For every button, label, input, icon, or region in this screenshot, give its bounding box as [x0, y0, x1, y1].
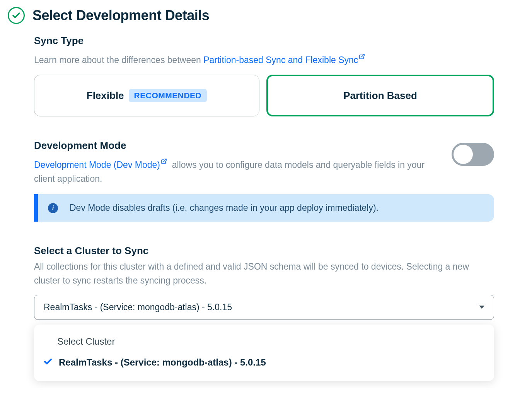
page-title: Select Development Details: [32, 7, 209, 24]
cluster-header: Select a Cluster to Sync: [34, 245, 494, 257]
sync-option-flexible-label: Flexible: [87, 90, 124, 102]
svg-line-0: [361, 54, 364, 57]
sync-option-flexible[interactable]: Flexible RECOMMENDED: [34, 75, 259, 116]
dev-mode-header: Development Mode: [34, 140, 436, 152]
sync-option-partition-label: Partition Based: [343, 90, 417, 102]
external-link-icon: [359, 50, 365, 64]
dev-mode-description: Development Mode (Dev Mode) allows you t…: [34, 155, 436, 186]
sync-option-partition[interactable]: Partition Based: [266, 75, 494, 116]
info-banner-text: Dev Mode disables drafts (i.e. changes m…: [70, 203, 379, 213]
info-icon: i: [48, 203, 58, 213]
svg-line-1: [164, 159, 166, 162]
cluster-select[interactable]: RealmTasks - (Service: mongodb-atlas) - …: [34, 295, 494, 320]
dev-mode-info-banner: i Dev Mode disables drafts (i.e. changes…: [34, 194, 494, 222]
sync-type-header: Sync Type: [34, 35, 494, 47]
recommended-badge: RECOMMENDED: [129, 89, 207, 102]
sync-type-learn-more-link[interactable]: Partition-based Sync and Flexible Sync: [203, 55, 365, 65]
step-complete-icon: [8, 7, 25, 24]
dev-mode-link[interactable]: Development Mode (Dev Mode): [34, 160, 167, 170]
check-icon: [43, 357, 53, 368]
cluster-dropdown-item-label: RealmTasks - (Service: mongodb-atlas) - …: [59, 357, 266, 368]
cluster-dropdown-header: Select Cluster: [34, 332, 494, 354]
sync-type-subtext: Learn more about the differences between…: [34, 50, 494, 67]
cluster-select-value: RealmTasks - (Service: mongodb-atlas) - …: [44, 302, 232, 313]
cluster-dropdown-item[interactable]: RealmTasks - (Service: mongodb-atlas) - …: [34, 354, 494, 371]
external-link-icon: [161, 155, 167, 169]
dev-mode-toggle[interactable]: [452, 143, 494, 166]
cluster-description: All collections for this cluster with a …: [34, 260, 494, 287]
toggle-knob: [454, 145, 473, 164]
cluster-dropdown: Select Cluster RealmTasks - (Service: mo…: [34, 325, 494, 381]
chevron-down-icon: [479, 306, 484, 309]
